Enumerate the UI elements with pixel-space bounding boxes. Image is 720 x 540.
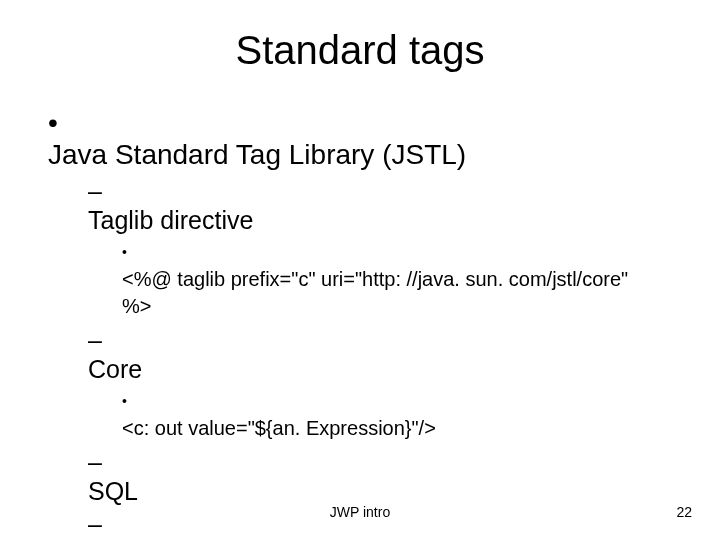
list-item: <c: out value="${an. Expression}"/> bbox=[122, 388, 680, 442]
bullet-text: <%@ taglib prefix="c" uri="http: //java.… bbox=[122, 266, 658, 320]
slide-body: Java Standard Tag Library (JSTL) Taglib … bbox=[0, 83, 720, 540]
list-item: Core <c: out value="${an. Expression}"/> bbox=[88, 326, 680, 442]
footer-center: JWP intro bbox=[0, 504, 720, 520]
bullet-text: SQL bbox=[88, 477, 654, 506]
bullet-text: Taglib directive bbox=[88, 206, 654, 235]
list-item: Java Standard Tag Library (JSTL) Taglib … bbox=[48, 107, 680, 540]
bullet-list-lvl2: Taglib directive <%@ taglib prefix="c" u… bbox=[88, 177, 680, 540]
list-item: Taglib directive <%@ taglib prefix="c" u… bbox=[88, 177, 680, 320]
bullet-text: Core bbox=[88, 355, 654, 384]
bullet-text: Java Standard Tag Library (JSTL) bbox=[48, 139, 650, 171]
page-number: 22 bbox=[676, 504, 692, 520]
slide: Standard tags Java Standard Tag Library … bbox=[0, 0, 720, 540]
list-item: SQL bbox=[88, 448, 680, 506]
list-item: <%@ taglib prefix="c" uri="http: //java.… bbox=[122, 239, 680, 320]
bullet-list-lvl3: <%@ taglib prefix="c" uri="http: //java.… bbox=[122, 239, 680, 320]
bullet-list-lvl1: Java Standard Tag Library (JSTL) Taglib … bbox=[48, 107, 680, 540]
bullet-list-lvl3: <c: out value="${an. Expression}"/> bbox=[122, 388, 680, 442]
slide-title: Standard tags bbox=[0, 0, 720, 83]
bullet-text: <c: out value="${an. Expression}"/> bbox=[122, 415, 658, 442]
